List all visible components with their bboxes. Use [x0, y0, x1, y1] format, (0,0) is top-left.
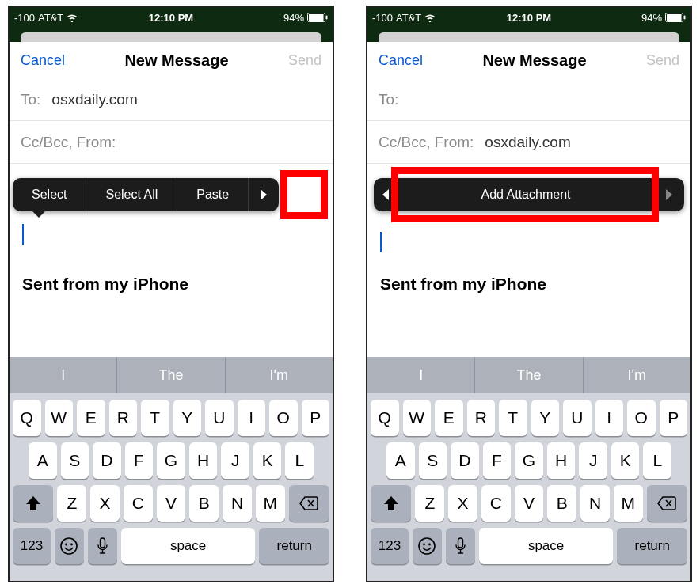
emoji-key[interactable] — [413, 528, 442, 564]
key-row-2: A S D F G H J K L — [367, 436, 690, 479]
message-body[interactable]: Select Select All Paste Sent from my iPh… — [10, 164, 333, 302]
backspace-key[interactable] — [647, 485, 687, 522]
key-d[interactable]: D — [93, 442, 121, 479]
prediction-2[interactable]: The — [475, 357, 583, 393]
shift-key[interactable] — [13, 485, 53, 522]
emoji-key[interactable] — [55, 528, 84, 564]
key-z[interactable]: Z — [415, 485, 444, 522]
key-b[interactable]: B — [547, 485, 576, 522]
prediction-3[interactable]: I'm — [584, 357, 690, 393]
key-a[interactable]: A — [386, 442, 415, 479]
key-d[interactable]: D — [451, 442, 479, 479]
key-p[interactable]: P — [660, 400, 688, 436]
numbers-key[interactable]: 123 — [13, 528, 51, 564]
battery-icon — [665, 13, 686, 22]
key-x[interactable]: X — [90, 485, 120, 522]
key-w[interactable]: W — [45, 400, 74, 436]
key-l[interactable]: L — [643, 442, 671, 479]
key-r[interactable]: R — [467, 400, 496, 436]
key-g[interactable]: G — [157, 442, 185, 479]
key-g[interactable]: G — [515, 442, 543, 479]
page-title: New Message — [124, 51, 228, 70]
key-y[interactable]: Y — [173, 400, 202, 436]
space-key[interactable]: space — [121, 528, 256, 564]
key-i[interactable]: I — [238, 400, 266, 436]
key-f[interactable]: F — [125, 442, 154, 479]
key-m[interactable]: M — [256, 485, 285, 522]
menu-back-arrow[interactable] — [374, 178, 398, 211]
key-a[interactable]: A — [29, 442, 57, 479]
key-q[interactable]: Q — [371, 400, 399, 436]
key-h[interactable]: H — [547, 442, 576, 479]
key-b[interactable]: B — [189, 485, 219, 522]
microphone-icon — [455, 537, 466, 555]
cancel-button[interactable]: Cancel — [21, 52, 65, 69]
prediction-1[interactable]: I — [10, 357, 117, 393]
key-o[interactable]: O — [627, 400, 656, 436]
menu-more-arrow[interactable] — [654, 178, 684, 211]
key-n[interactable]: N — [223, 485, 252, 522]
space-key[interactable]: space — [479, 528, 614, 564]
menu-add-attachment[interactable]: Add Attachment — [398, 178, 654, 211]
ccbcc-field-row[interactable]: Cc/Bcc, From: osxdaily.com — [367, 121, 690, 164]
key-t[interactable]: T — [499, 400, 527, 436]
chevron-left-icon — [382, 189, 390, 200]
return-key[interactable]: return — [259, 528, 329, 564]
text-cursor — [380, 232, 382, 252]
key-k[interactable]: K — [253, 442, 282, 479]
to-field-row[interactable]: To: osxdaily.com — [10, 78, 333, 121]
key-x[interactable]: X — [448, 485, 477, 522]
key-f[interactable]: F — [483, 442, 512, 479]
key-y[interactable]: Y — [531, 400, 560, 436]
menu-paste[interactable]: Paste — [177, 178, 249, 211]
key-l[interactable]: L — [285, 442, 314, 479]
ccbcc-field-row[interactable]: Cc/Bcc, From: — [10, 121, 333, 164]
send-button[interactable]: Send — [646, 52, 679, 69]
key-s[interactable]: S — [61, 442, 89, 479]
svg-point-4 — [66, 544, 68, 546]
key-z[interactable]: Z — [57, 485, 86, 522]
key-t[interactable]: T — [141, 400, 169, 436]
shift-key[interactable] — [371, 485, 411, 522]
prediction-1[interactable]: I — [367, 357, 475, 393]
to-field-row[interactable]: To: — [367, 78, 690, 121]
backspace-icon — [657, 496, 676, 510]
numbers-key[interactable]: 123 — [371, 528, 409, 564]
compose-nav-bar: Cancel New Message Send — [10, 42, 333, 78]
key-w[interactable]: W — [403, 400, 432, 436]
key-j[interactable]: J — [221, 442, 249, 479]
menu-select[interactable]: Select — [13, 178, 86, 211]
dictation-key[interactable] — [446, 528, 475, 564]
key-u[interactable]: U — [563, 400, 592, 436]
key-c[interactable]: C — [124, 485, 153, 522]
key-e[interactable]: E — [77, 400, 105, 436]
key-q[interactable]: Q — [13, 400, 41, 436]
message-body[interactable]: Add Attachment Sent from my iPhone — [367, 164, 690, 302]
backspace-key[interactable] — [289, 485, 329, 522]
callout-highlight — [280, 170, 328, 219]
key-c[interactable]: C — [481, 485, 511, 522]
key-n[interactable]: N — [580, 485, 610, 522]
key-j[interactable]: J — [579, 442, 607, 479]
backspace-icon — [299, 496, 318, 510]
key-e[interactable]: E — [435, 400, 463, 436]
prediction-2[interactable]: The — [117, 357, 225, 393]
key-s[interactable]: S — [419, 442, 447, 479]
send-button[interactable]: Send — [288, 52, 321, 69]
key-k[interactable]: K — [611, 442, 640, 479]
prediction-3[interactable]: I'm — [226, 357, 333, 393]
key-o[interactable]: O — [269, 400, 298, 436]
key-u[interactable]: U — [205, 400, 234, 436]
menu-more-arrow[interactable] — [249, 178, 279, 211]
key-m[interactable]: M — [614, 485, 643, 522]
dictation-key[interactable] — [88, 528, 117, 564]
key-i[interactable]: I — [595, 400, 624, 436]
cancel-button[interactable]: Cancel — [379, 52, 423, 69]
key-p[interactable]: P — [302, 400, 330, 436]
return-key[interactable]: return — [617, 528, 687, 564]
menu-select-all[interactable]: Select All — [86, 178, 177, 211]
key-v[interactable]: V — [157, 485, 186, 522]
key-v[interactable]: V — [515, 485, 544, 522]
key-r[interactable]: R — [109, 400, 138, 436]
key-h[interactable]: H — [189, 442, 218, 479]
